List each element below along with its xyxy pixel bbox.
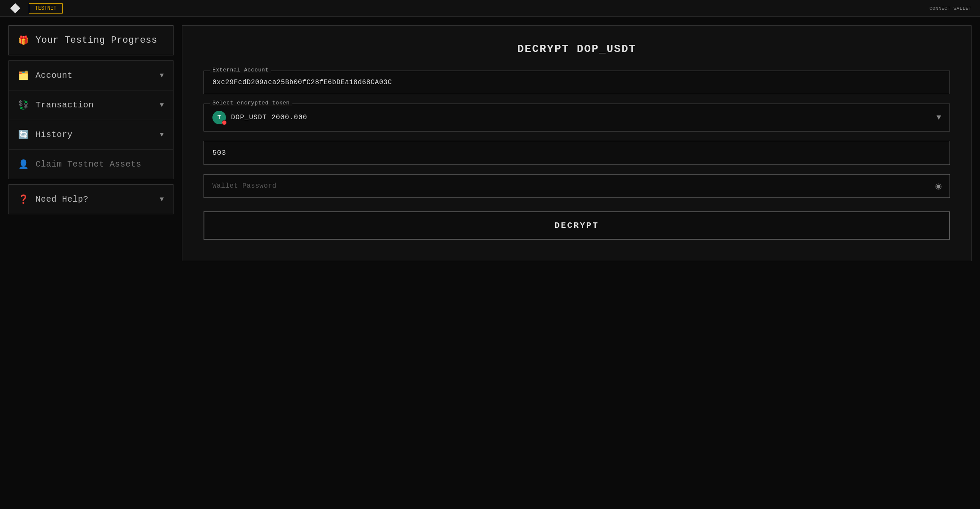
external-account-wrapper: External Account bbox=[204, 71, 950, 94]
token-icon-letter: T bbox=[217, 114, 221, 121]
password-field: ◉ bbox=[204, 174, 950, 198]
toggle-password-button[interactable]: ◉ bbox=[928, 181, 950, 191]
account-left: 🗂️ Account bbox=[18, 70, 73, 81]
top-bar-left: TESTNET bbox=[8, 2, 63, 15]
token-icon-badge bbox=[222, 120, 227, 125]
top-bar: TESTNET CONNECT WALLET bbox=[0, 0, 980, 17]
account-icon: 🗂️ bbox=[18, 70, 29, 81]
external-account-field: External Account bbox=[204, 71, 950, 94]
token-select-label: Select encrypted token bbox=[210, 100, 292, 106]
token-select-chevron-icon: ▼ bbox=[936, 113, 941, 122]
sidebar-testing-left: 🎁 Your Testing Progress bbox=[18, 35, 157, 46]
token-select-button[interactable]: T DOP_USDT 2000.000 ▼ bbox=[204, 104, 950, 131]
token-icon: T bbox=[212, 111, 226, 124]
amount-input[interactable] bbox=[204, 141, 950, 164]
claim-left: 👤 Claim Testnet Assets bbox=[18, 159, 141, 170]
testnet-nav-button[interactable]: TESTNET bbox=[29, 3, 63, 14]
account-label: Account bbox=[36, 71, 73, 80]
sidebar: 🎁 Your Testing Progress 🗂️ Account ▼ 💱 T… bbox=[8, 25, 173, 214]
logo bbox=[8, 2, 22, 15]
claim-icon: 👤 bbox=[18, 159, 29, 170]
token-name-label: DOP_USDT 2000.000 bbox=[231, 114, 307, 121]
transaction-label: Transaction bbox=[36, 100, 94, 110]
transaction-left: 💱 Transaction bbox=[18, 100, 94, 110]
history-label: History bbox=[36, 130, 73, 140]
testing-progress-label: Your Testing Progress bbox=[36, 35, 157, 46]
password-input[interactable] bbox=[204, 175, 928, 197]
external-account-label: External Account bbox=[210, 67, 271, 73]
help-chevron-icon: ▼ bbox=[160, 196, 164, 203]
token-select-wrapper: Select encrypted token T DOP_USDT 2000.0… bbox=[204, 104, 950, 131]
password-wrapper: ◉ bbox=[204, 174, 950, 198]
testing-progress-icon: 🎁 bbox=[18, 35, 29, 46]
help-label: Need Help? bbox=[36, 194, 88, 204]
sidebar-group: 🗂️ Account ▼ 💱 Transaction ▼ 🔄 History ▼ bbox=[8, 60, 173, 179]
sidebar-item-transaction[interactable]: 💱 Transaction ▼ bbox=[9, 90, 173, 120]
transaction-icon: 💱 bbox=[18, 100, 29, 110]
history-chevron-icon: ▼ bbox=[160, 131, 164, 139]
account-chevron-icon: ▼ bbox=[160, 72, 164, 79]
form-title: DECRYPT DOP_USDT bbox=[204, 43, 950, 55]
transaction-chevron-icon: ▼ bbox=[160, 101, 164, 109]
main-layout: 🎁 Your Testing Progress 🗂️ Account ▼ 💱 T… bbox=[0, 17, 980, 509]
decrypt-button[interactable]: DECRYPT bbox=[204, 211, 950, 240]
decrypt-form-panel: DECRYPT DOP_USDT External Account Select… bbox=[182, 25, 972, 261]
sidebar-item-history[interactable]: 🔄 History ▼ bbox=[9, 120, 173, 150]
help-left: ❓ Need Help? bbox=[18, 194, 88, 205]
amount-field bbox=[204, 141, 950, 165]
connect-wallet-button[interactable]: CONNECT WALLET bbox=[930, 6, 972, 11]
sidebar-item-claim[interactable]: 👤 Claim Testnet Assets bbox=[9, 150, 173, 179]
sidebar-item-help[interactable]: ❓ Need Help? ▼ bbox=[8, 184, 173, 214]
amount-wrapper bbox=[204, 141, 950, 165]
logo-shape bbox=[10, 3, 20, 14]
token-select-left: T DOP_USDT 2000.000 bbox=[212, 111, 307, 124]
history-icon: 🔄 bbox=[18, 129, 29, 140]
external-account-input[interactable] bbox=[204, 71, 950, 94]
history-left: 🔄 History bbox=[18, 129, 73, 140]
sidebar-item-account[interactable]: 🗂️ Account ▼ bbox=[9, 61, 173, 90]
token-select-field: Select encrypted token T DOP_USDT 2000.0… bbox=[204, 104, 950, 131]
claim-label: Claim Testnet Assets bbox=[36, 159, 141, 169]
help-icon: ❓ bbox=[18, 194, 29, 205]
sidebar-item-testing-progress[interactable]: 🎁 Your Testing Progress bbox=[8, 25, 173, 55]
